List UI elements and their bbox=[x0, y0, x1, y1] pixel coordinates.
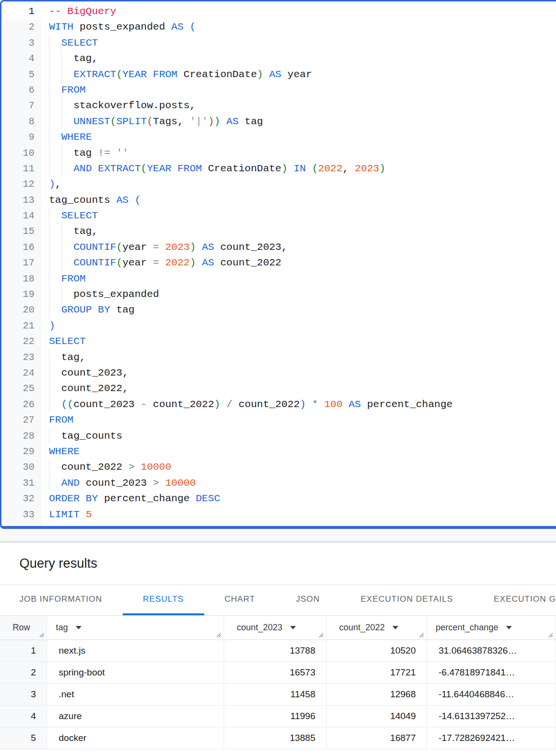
column-header-tag[interactable]: tag bbox=[47, 616, 224, 640]
code-line[interactable]: 29WHERE bbox=[1, 444, 556, 460]
code-line[interactable]: 4 tag, bbox=[1, 51, 556, 66]
column-menu-dropdown-icon[interactable] bbox=[290, 626, 296, 629]
code-line[interactable]: 20 GROUP BY tag bbox=[1, 302, 556, 318]
code-line[interactable]: 9 WHERE bbox=[1, 130, 556, 145]
code-text: tag, bbox=[42, 350, 556, 365]
code-line[interactable]: 30 count_2022 > 10000 bbox=[1, 460, 556, 475]
column-menu-dropdown-icon[interactable] bbox=[76, 626, 82, 629]
tab-execution-details[interactable]: EXECUTION DETAILS bbox=[340, 585, 474, 615]
cell-tag[interactable]: spring-boot bbox=[47, 662, 224, 683]
cell-count_2023[interactable]: 11996 bbox=[224, 706, 327, 727]
cell-count_2023[interactable]: 13788 bbox=[224, 640, 327, 661]
column-resize-handle[interactable] bbox=[418, 632, 424, 638]
code-line[interactable]: 31 AND count_2023 > 10000 bbox=[1, 476, 556, 491]
code-line[interactable]: 27FROM bbox=[1, 412, 556, 428]
code-token bbox=[92, 163, 98, 174]
code-token: ) bbox=[281, 163, 288, 174]
column-header-count_2023[interactable]: count_2023 bbox=[224, 616, 327, 640]
cell-tag[interactable]: .net bbox=[47, 684, 224, 705]
code-line[interactable]: 10 tag != '' bbox=[1, 146, 556, 161]
tab-job-information[interactable]: JOB INFORMATION bbox=[0, 585, 123, 615]
code-line[interactable]: 5 EXTRACT(YEAR FROM CreationDate) AS yea… bbox=[1, 67, 556, 82]
code-token: > bbox=[129, 461, 135, 473]
code-line[interactable]: 21) bbox=[1, 318, 556, 334]
code-line[interactable]: 14 SELECT bbox=[1, 208, 556, 224]
code-line[interactable]: 11 AND EXTRACT(YEAR FROM CreationDate) I… bbox=[1, 161, 556, 177]
cell-tag[interactable]: docker bbox=[47, 727, 224, 749]
code-token: ( bbox=[110, 116, 116, 127]
query-results-header: Query results bbox=[0, 542, 556, 585]
code-token: tag, bbox=[49, 53, 98, 64]
cell-percent_change[interactable]: -17.7282692421… bbox=[427, 727, 556, 749]
cell-percent_change[interactable]: -6.47818971841… bbox=[427, 662, 556, 683]
line-number: 14 bbox=[1, 208, 42, 224]
column-resize-handle[interactable] bbox=[318, 632, 324, 638]
cell-percent_change[interactable]: -11.6440468846… bbox=[427, 684, 556, 705]
cell-count_2023[interactable]: 11458 bbox=[224, 684, 327, 705]
column-resize-handle[interactable] bbox=[215, 632, 221, 638]
tab-json[interactable]: JSON bbox=[276, 585, 340, 615]
column-header-count_2022[interactable]: count_2022 bbox=[327, 616, 427, 640]
code-token: year bbox=[122, 257, 153, 268]
cell-tag[interactable]: azure bbox=[47, 706, 224, 727]
code-token: AND bbox=[73, 163, 92, 174]
code-line[interactable]: 15 tag, bbox=[1, 224, 556, 239]
cell-count_2023[interactable]: 16573 bbox=[224, 662, 327, 683]
code-line[interactable]: 24 count_2023, bbox=[1, 365, 556, 381]
code-line[interactable]: 3 SELECT bbox=[1, 35, 556, 51]
cell-tag[interactable]: next.js bbox=[47, 640, 224, 661]
code-line[interactable]: 18 FROM bbox=[1, 271, 556, 287]
column-resize-handle[interactable] bbox=[38, 632, 44, 638]
code-token: ) bbox=[214, 399, 220, 410]
code-line[interactable]: 13tag_counts AS ( bbox=[1, 193, 556, 208]
code-line[interactable]: 26 ((count_2023 - count_2022) / count_20… bbox=[1, 397, 556, 412]
cell-count_2022[interactable]: 14049 bbox=[327, 706, 427, 727]
code-line[interactable]: 7 stackoverflow.posts, bbox=[1, 98, 556, 114]
tab-results[interactable]: RESULTS bbox=[123, 585, 204, 615]
code-line[interactable]: 12), bbox=[1, 177, 556, 192]
code-token bbox=[306, 163, 312, 174]
code-token: WHERE bbox=[61, 131, 92, 143]
cell-count_2022[interactable]: 12968 bbox=[327, 684, 427, 705]
code-token: '' bbox=[116, 148, 129, 159]
cell-count_2022[interactable]: 17721 bbox=[327, 662, 427, 683]
cell-percent_change[interactable]: -14.6131397252… bbox=[427, 706, 556, 727]
code-token: AS bbox=[171, 21, 183, 33]
code-line[interactable]: 23 tag, bbox=[1, 350, 556, 365]
code-text: SELECT bbox=[42, 208, 556, 224]
column-menu-dropdown-icon[interactable] bbox=[392, 626, 398, 629]
column-header-percent_change[interactable]: percent_change bbox=[427, 616, 556, 640]
line-number: 18 bbox=[1, 271, 42, 287]
code-line[interactable]: 28 tag_counts bbox=[1, 428, 556, 444]
code-line[interactable]: 19 posts_expanded bbox=[1, 287, 556, 302]
indent-guide-line bbox=[49, 146, 49, 161]
line-number: 15 bbox=[1, 224, 42, 239]
code-line[interactable]: 6 FROM bbox=[1, 82, 556, 98]
code-token: COUNTIF bbox=[73, 257, 116, 268]
code-line[interactable]: 2WITH posts_expanded AS ( bbox=[1, 19, 556, 35]
code-line[interactable]: 17 COUNTIF(year = 2022) AS count_2022 bbox=[1, 255, 556, 271]
column-resize-handle[interactable] bbox=[547, 632, 553, 638]
tab-chart[interactable]: CHART bbox=[204, 585, 276, 615]
cell-percent_change[interactable]: 31.06463878326… bbox=[427, 640, 556, 661]
line-number: 4 bbox=[1, 51, 42, 66]
code-line[interactable]: 22SELECT bbox=[1, 334, 556, 349]
cell-count_2023[interactable]: 13885 bbox=[224, 727, 327, 749]
code-line[interactable]: 25 count_2022, bbox=[1, 381, 556, 396]
tab-execution-graph[interactable]: EXECUTION GRAPH bbox=[474, 585, 556, 615]
code-text: UNNEST(SPLIT(Tags, '|')) AS tag bbox=[42, 114, 556, 130]
code-token: 2023 bbox=[165, 242, 189, 253]
cell-count_2022[interactable]: 16877 bbox=[327, 727, 427, 749]
code-line[interactable]: 33LIMIT 5 bbox=[1, 507, 556, 523]
code-line[interactable]: 8 UNNEST(SPLIT(Tags, '|')) AS tag bbox=[1, 114, 556, 130]
code-token bbox=[159, 242, 165, 253]
cell-count_2022[interactable]: 10520 bbox=[327, 640, 427, 661]
indent-guide-line bbox=[49, 240, 49, 255]
column-menu-dropdown-icon[interactable] bbox=[506, 626, 512, 629]
sql-editor[interactable]: 1-- BigQuery2WITH posts_expanded AS (3 S… bbox=[0, 0, 556, 529]
column-header-row[interactable]: Row bbox=[0, 616, 47, 640]
code-line[interactable]: 16 COUNTIF(year = 2023) AS count_2023, bbox=[1, 240, 556, 255]
code-token: FROM bbox=[49, 414, 73, 426]
code-line[interactable]: 1-- BigQuery bbox=[1, 4, 556, 19]
code-line[interactable]: 32ORDER BY percent_change DESC bbox=[1, 491, 556, 507]
